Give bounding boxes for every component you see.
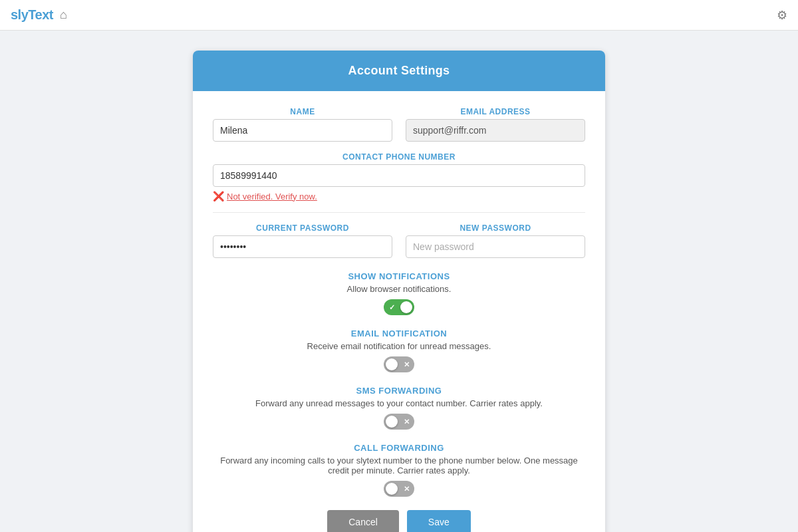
show-notifications-section: Show Notifications Allow browser notific… [213,271,585,315]
save-button[interactable]: Save [407,510,471,532]
button-row: Cancel Save [213,510,585,532]
current-password-group: Current Password [213,223,392,258]
current-password-input[interactable] [213,235,392,258]
toggle-thumb [386,358,398,370]
show-notifications-desc: Allow browser notifications. [213,284,585,294]
card-title: Account Settings [206,64,592,78]
new-password-label: New Password [406,223,585,233]
email-label: Email Address [406,107,585,116]
call-forwarding-toggle-wrap: ✕ [213,481,585,497]
toggle-thumb [386,416,398,428]
name-input[interactable] [213,119,392,142]
email-notification-section: Email Notification Receive email notific… [213,329,585,372]
call-forwarding-section: Call Forwarding Forward any incoming cal… [213,443,585,497]
sms-forwarding-toggle[interactable]: ✕ [384,414,414,430]
new-password-group: New Password [406,223,585,258]
divider-1 [213,212,585,213]
sms-forwarding-track: ✕ [384,414,414,430]
email-notification-toggle[interactable]: ✕ [384,356,414,372]
name-group: Name [213,107,392,142]
call-forwarding-desc: Forward any incoming calls to your slyte… [213,456,585,475]
navbar: slyText ⌂ ⚙ [0,0,798,31]
email-notification-toggle-wrap: ✕ [213,356,585,372]
email-notification-desc: Receive email notification for unread me… [213,341,585,351]
card-header: Account Settings [193,51,605,91]
verify-text: ❌ Not verified. Verify now. [213,191,585,201]
name-email-row: Name Email Address [213,107,585,142]
phone-input[interactable] [213,164,585,187]
home-icon[interactable]: ⌂ [60,8,67,22]
sms-forwarding-title: SMS Forwarding [213,386,585,396]
sms-forwarding-toggle-wrap: ✕ [213,414,585,430]
email-notification-title: Email Notification [213,329,585,338]
not-verified-icon: ❌ [213,191,224,201]
call-forwarding-title: Call Forwarding [213,443,585,453]
sms-forwarding-section: SMS Forwarding Forward any unread messag… [213,386,585,430]
show-notifications-toggle[interactable]: ✓ [384,299,414,315]
call-forwarding-track: ✕ [384,481,414,497]
current-password-label: Current Password [213,223,392,233]
navbar-left: slyText ⌂ [11,7,67,23]
verify-link[interactable]: Not verified. Verify now. [227,192,317,201]
cancel-button[interactable]: Cancel [327,510,399,532]
account-settings-card: Account Settings Name Email Address Cont… [193,51,605,532]
phone-section: Contact Phone Number ❌ Not verified. Ver… [213,152,585,201]
toggle-x-icon: ✕ [404,418,410,426]
show-notifications-toggle-wrap: ✓ [213,299,585,315]
toggle-x-icon: ✕ [404,485,410,493]
password-section: Current Password New Password [213,223,585,258]
show-notifications-title: Show Notifications [213,271,585,281]
email-group: Email Address [406,107,585,142]
brand-logo: slyText [11,7,53,23]
checkmark-icon: ✓ [389,303,395,312]
phone-label: Contact Phone Number [213,152,585,162]
main-content: Account Settings Name Email Address Cont… [0,31,798,532]
gear-icon[interactable]: ⚙ [777,8,787,23]
show-notifications-track: ✓ [384,299,414,315]
new-password-input[interactable] [406,235,585,258]
sms-forwarding-desc: Forward any unread messages to your cont… [213,398,585,408]
toggle-thumb [400,301,412,313]
email-notification-track: ✕ [384,356,414,372]
toggle-x-icon: ✕ [404,360,410,369]
card-body: Name Email Address Contact Phone Number … [193,91,605,532]
toggle-thumb [386,483,398,495]
email-input[interactable] [406,119,585,142]
name-label: Name [213,107,392,116]
password-row: Current Password New Password [213,223,585,258]
call-forwarding-toggle[interactable]: ✕ [384,481,414,497]
